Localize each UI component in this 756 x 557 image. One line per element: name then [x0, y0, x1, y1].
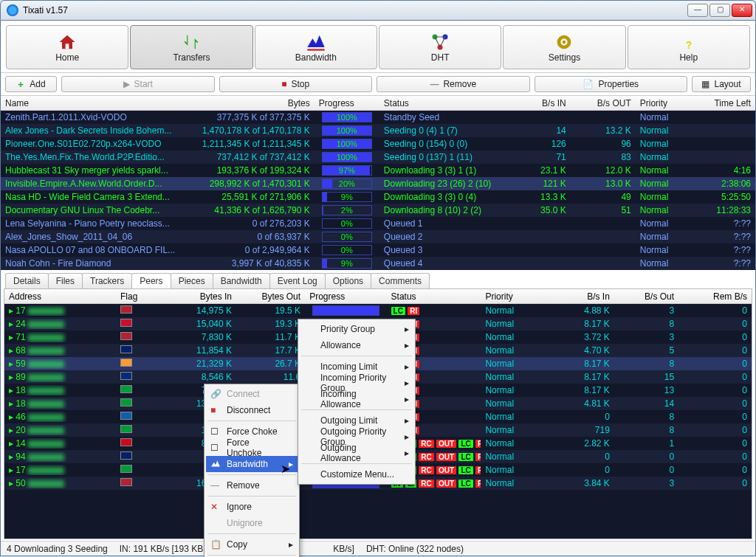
transfers-table: Name Bytes Progress Status B/s IN B/s OU… [1, 96, 755, 270]
pcol-priority[interactable]: Priority [481, 291, 549, 302]
sub-outgoing-allowance[interactable]: Outgoing Allowance▸ [300, 445, 413, 461]
tab-peers[interactable]: Peers [131, 273, 171, 288]
status-out: KB/s] [333, 544, 354, 554]
pcol-bytesin[interactable]: Bytes In [159, 291, 236, 302]
ctx-unignore[interactable]: Unignore [206, 515, 298, 531]
ctx-ignore[interactable]: ✕Ignore [206, 499, 298, 515]
ctx-copy[interactable]: 📋Copy▸ [206, 536, 298, 553]
pcol-status[interactable]: Status [387, 291, 481, 302]
start-button[interactable]: ▶Start [61, 76, 215, 92]
close-button[interactable]: ✕ [732, 4, 752, 17]
pcol-address[interactable]: Address [4, 291, 116, 302]
nav-dht[interactable]: DHT [379, 25, 501, 69]
checkbox-icon: ☐ [210, 443, 221, 453]
x-icon: ✕ [210, 502, 221, 512]
nav-home[interactable]: Home [6, 25, 128, 69]
transfers-icon [181, 32, 202, 51]
col-name[interactable]: Name [1, 98, 183, 108]
sub-incoming-allowance[interactable]: Incoming Allowance▸ [300, 391, 413, 407]
tab-eventlog[interactable]: Event Log [269, 273, 326, 288]
bandwidth-icon [210, 459, 221, 469]
sub-customize-menu[interactable]: Customize Menu... [300, 466, 413, 482]
status-dht: DHT: Online (322 nodes) [366, 544, 464, 554]
remove-button[interactable]: —Remove [377, 76, 530, 92]
col-bsin[interactable]: B/s IN [516, 98, 571, 108]
col-progress[interactable]: Progress [315, 98, 379, 108]
cursor-icon: ➤ [281, 462, 290, 476]
stop-button[interactable]: ■Stop [219, 76, 373, 92]
sub-priority-group[interactable]: Priority Group▸ [300, 321, 413, 337]
status-bar: 4 Downloading 3 Seeding IN: 191 KB/s [19… [1, 541, 755, 556]
status-in: IN: 191 KB/s [193 KB [120, 544, 203, 554]
sub-allowance[interactable]: Allowance▸ [300, 337, 413, 353]
ctx-force-unchoke[interactable]: ☐Force Unchoke [206, 440, 298, 456]
titlebar: Tixati v1.57 — ▢ ✕ [0, 0, 756, 21]
minus-icon: — [430, 79, 439, 89]
transfer-row[interactable]: Nasa APOLLO 07 and 08 ONBOARD FIL...0 of… [1, 243, 755, 257]
status-dl: 4 Downloading 3 Seeding [7, 544, 108, 554]
tab-options[interactable]: Options [325, 273, 371, 288]
main-toolbar: Home Transfers Bandwidth DHT Settings ?H… [1, 21, 755, 73]
pcol-bsout[interactable]: B/s Out [614, 291, 678, 302]
transfer-row[interactable]: Pioneer.One.S01E02.720p.x264-VODO1,211,3… [1, 137, 755, 151]
home-icon [57, 32, 78, 51]
properties-icon: 📄 [583, 79, 594, 89]
transfer-row[interactable]: The.Yes.Men.Fix.The.World.P2P.Editio...7… [1, 151, 755, 164]
ctx-remove[interactable]: —Remove [206, 477, 298, 494]
transfer-row[interactable]: Alex Jones - Dark Secrets Inside Bohem..… [1, 124, 755, 137]
nav-settings[interactable]: Settings [503, 25, 625, 69]
dht-icon [430, 32, 450, 51]
play-icon: ▶ [123, 79, 130, 89]
transfer-row[interactable]: Zenith.Part.1.2011.Xvid-VODO377,375 K of… [1, 111, 755, 124]
minus-icon: — [210, 480, 221, 491]
checkbox-icon: ☐ [210, 426, 221, 437]
window-title: Tixati v1.57 [23, 5, 687, 15]
col-status[interactable]: Status [379, 98, 516, 108]
col-priority[interactable]: Priority [636, 98, 695, 108]
tab-bandwidth[interactable]: Bandwidth [213, 273, 270, 288]
stop-icon: ■ [281, 79, 286, 89]
tab-trackers[interactable]: Trackers [82, 273, 132, 288]
layout-button[interactable]: ▦Layout [692, 76, 751, 92]
pcol-bsin[interactable]: B/s In [550, 291, 614, 302]
transfer-row[interactable]: Documentary GNU Linux The Codebr...41,33… [1, 204, 755, 217]
transfer-row[interactable]: Alex_Jones_Show_2011_04_060 of 63,937 K0… [1, 230, 755, 243]
connect-icon: 🔗 [210, 389, 221, 399]
pcol-flag[interactable]: Flag [116, 291, 159, 302]
copy-icon: 📋 [210, 539, 221, 550]
bandwidth-icon [306, 32, 326, 51]
tab-details[interactable]: Details [5, 273, 49, 288]
help-icon: ? [678, 32, 699, 51]
tab-files[interactable]: Files [48, 273, 83, 288]
gear-icon [554, 32, 574, 51]
peer-row[interactable]: ▸ 17 ▮▮▮▮▮▮▮14,975 K19.5 KLC RINormal4.8… [4, 304, 752, 317]
maximize-button[interactable]: ▢ [709, 4, 730, 17]
transfer-row[interactable]: Lena Selyanina - Piano Poetry neoclass..… [1, 217, 755, 230]
transfer-row[interactable]: Noah Cohn - Fire Diamond3,997 K of 40,83… [1, 257, 755, 270]
col-bsout[interactable]: B/s OUT [571, 98, 636, 108]
layout-icon: ▦ [701, 79, 709, 89]
app-icon [7, 4, 18, 16]
minimize-button[interactable]: — [687, 4, 708, 17]
transfer-row[interactable]: Invisible.Empire.A.New.World.Order.D...2… [1, 177, 755, 190]
tab-pieces[interactable]: Pieces [171, 273, 213, 288]
col-timeleft[interactable]: Time Left [695, 98, 755, 108]
transfer-row[interactable]: Nasa HD - Wide Field Camera 3 Extend...2… [1, 190, 755, 204]
col-bytes[interactable]: Bytes [183, 98, 315, 108]
transfer-row[interactable]: Hubblecast 31 Sky merger yields sparkl..… [1, 164, 755, 177]
pcol-rembs[interactable]: Rem B/s [678, 291, 752, 302]
svg-rect-0 [66, 44, 69, 49]
pcol-bytesout[interactable]: Bytes Out [236, 291, 305, 302]
pcol-progress[interactable]: Progress [305, 291, 386, 302]
properties-button[interactable]: 📄Properties [535, 76, 688, 92]
ctx-connect[interactable]: 🔗Connect [206, 386, 298, 402]
nav-transfers[interactable]: Transfers [130, 25, 252, 69]
disconnect-icon: ■ [210, 405, 221, 415]
ctx-disconnect[interactable]: ■Disconnect [206, 402, 298, 418]
add-button[interactable]: ＋Add [5, 76, 57, 92]
svg-text:?: ? [686, 39, 693, 51]
plus-icon: ＋ [16, 78, 25, 91]
tab-comments[interactable]: Comments [371, 273, 430, 288]
nav-help[interactable]: ?Help [628, 25, 750, 69]
nav-bandwidth[interactable]: Bandwidth [255, 25, 377, 69]
